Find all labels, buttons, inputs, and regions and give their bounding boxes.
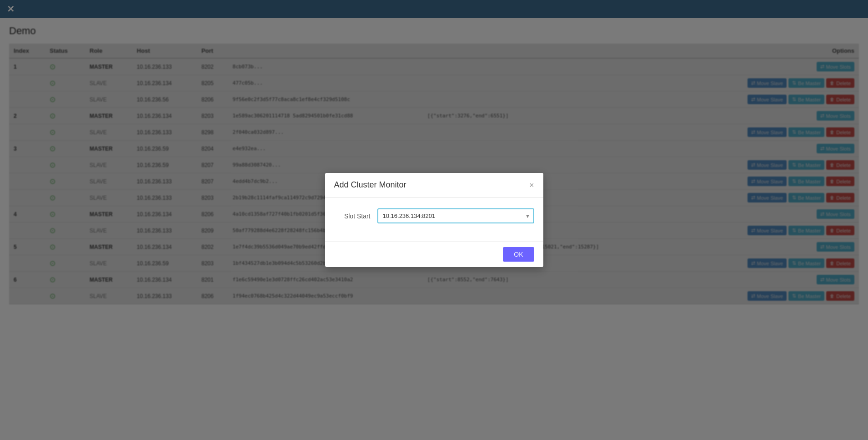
modal-close-button[interactable]: × <box>529 181 534 189</box>
slot-start-select[interactable]: 10.16.236.134:820110.16.236.133:820210.1… <box>377 208 534 223</box>
slot-start-label: Slot Start <box>334 212 371 220</box>
modal-overlay: Add Cluster Monitor × Slot Start 10.16.2… <box>0 0 868 311</box>
modal-footer: OK <box>325 241 543 267</box>
modal-dialog: Add Cluster Monitor × Slot Start 10.16.2… <box>325 173 543 267</box>
ok-button[interactable]: OK <box>503 247 534 262</box>
modal-header: Add Cluster Monitor × <box>325 173 543 197</box>
modal-title: Add Cluster Monitor <box>334 180 406 190</box>
modal-body: Slot Start 10.16.236.134:820110.16.236.1… <box>325 197 543 241</box>
form-row-slot-start: Slot Start 10.16.236.134:820110.16.236.1… <box>334 208 534 223</box>
slot-start-wrapper: 10.16.236.134:820110.16.236.133:820210.1… <box>377 208 534 223</box>
